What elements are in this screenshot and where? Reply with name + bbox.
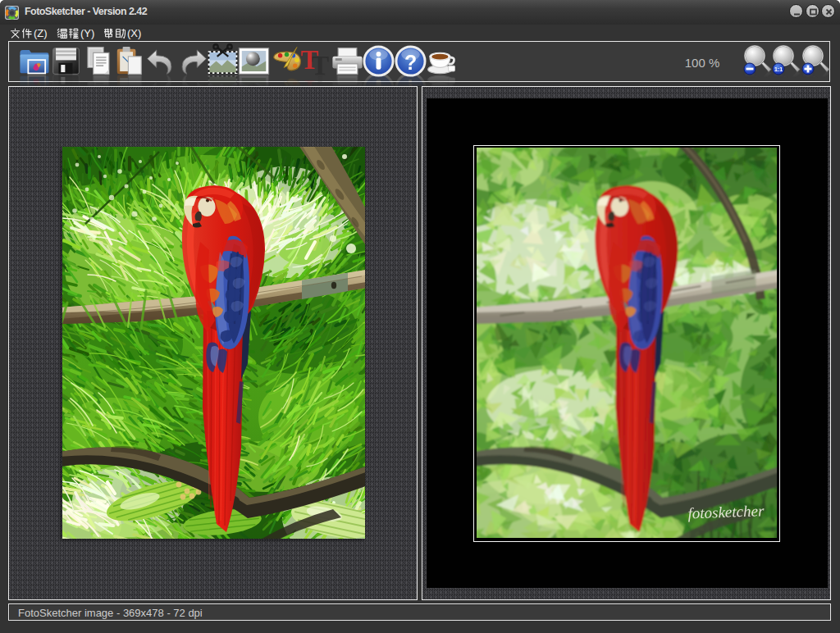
svg-text:1:1: 1:1	[774, 66, 783, 72]
svg-text:T: T	[301, 45, 319, 75]
svg-text:fotosketcher: fotosketcher	[687, 502, 765, 521]
svg-text:?: ?	[404, 51, 417, 74]
